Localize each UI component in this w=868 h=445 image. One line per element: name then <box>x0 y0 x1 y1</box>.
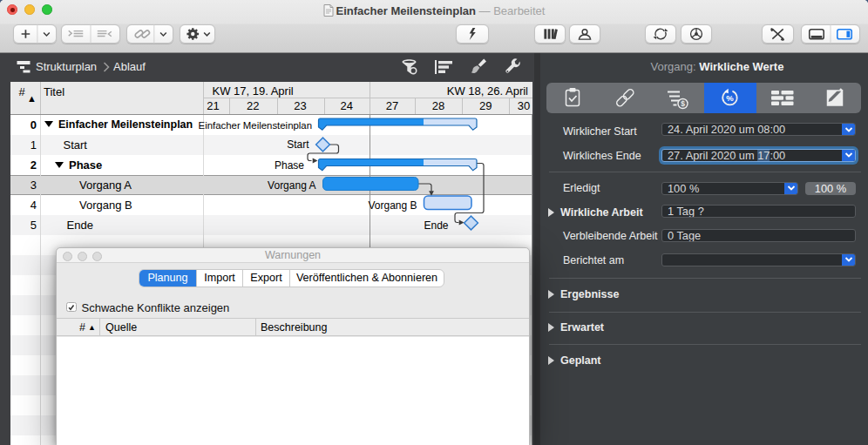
svg-text:Einfacher Meilensteinplan: Einfacher Meilensteinplan <box>199 120 312 131</box>
svg-text:Start: Start <box>287 138 309 151</box>
svg-text:Ende: Ende <box>424 219 448 232</box>
svg-text:Vorgang A: Vorgang A <box>268 179 315 192</box>
svg-text:$: $ <box>681 99 685 108</box>
svg-text:%: % <box>726 93 734 103</box>
svg-text:Phase: Phase <box>275 159 304 172</box>
svg-text:Vorgang B: Vorgang B <box>368 199 417 212</box>
